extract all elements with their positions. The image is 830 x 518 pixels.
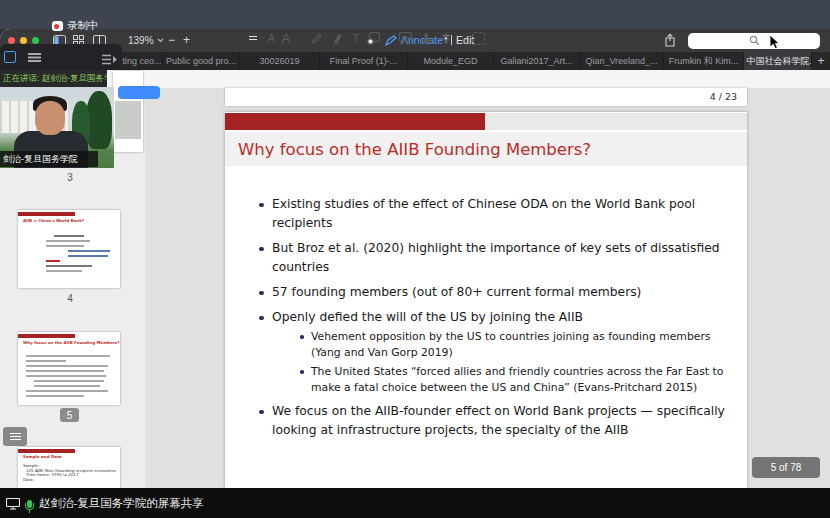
slide-header-band <box>225 113 747 130</box>
zoom-level-control[interactable]: 139% <box>128 35 164 46</box>
markup-style-icon[interactable] <box>246 32 259 44</box>
recording-label: 录制中 <box>67 19 99 33</box>
bullet-item: But Broz et al. (2020) highlight the imp… <box>258 239 728 277</box>
thumbnail-6-title: Sample and Data <box>23 454 120 459</box>
document-area[interactable]: 4 / 23 Why focus on the AIIB Founding Me… <box>145 88 830 488</box>
mini-lines <box>46 232 92 275</box>
frame-counter: 4 / 23 <box>710 91 737 102</box>
tab-document-7[interactable]: Qian_Vreeland_... <box>580 52 664 70</box>
markup-tools: A A T <box>246 30 485 46</box>
page-number-badge: 5 of 78 <box>752 457 820 478</box>
tab-document-6[interactable]: Galiani2017_Art... <box>494 52 580 70</box>
search-icon <box>749 35 760 46</box>
bullet-subitem: Vehement opposition by the US to countri… <box>299 329 731 361</box>
new-tab-button[interactable]: + <box>812 52 830 70</box>
thumbnail-3-label: 3 <box>18 172 122 183</box>
bullet-item: Openly defied the will of the US by join… <box>258 308 728 327</box>
thumbnail-page-4[interactable]: AIIB = China's World Bank? <box>18 210 120 288</box>
tab-strip: ting ceo... Public good pro... 30026019 … <box>122 52 830 70</box>
thumbnail-4-label: 4 <box>18 293 122 304</box>
tab-document-8[interactable]: Frumkin 和 Kim... <box>664 52 744 70</box>
menu-icon[interactable] <box>28 53 41 55</box>
screen: 录制中 139% − + Annotate T Edit <box>0 0 830 518</box>
speaker-banner: 正在讲话: 赵剑治-复旦国务学院; <box>0 70 107 87</box>
zoom-in-button[interactable]: + <box>183 33 190 47</box>
system-menubar <box>0 0 830 29</box>
slide-bullet-list: Existing studies of the effect of Chines… <box>258 195 728 446</box>
zoom-level-value: 139% <box>128 35 154 46</box>
note-icon[interactable] <box>399 32 412 44</box>
slide-red-bar <box>225 113 485 130</box>
share-status-text: 赵剑治-复旦国务学院的屏幕共享 <box>39 496 204 511</box>
screen-share-icon <box>6 498 20 510</box>
text-large-a-icon[interactable]: A <box>282 31 291 46</box>
slide-title: Why focus on the AIIB Founding Members? <box>238 140 591 159</box>
bullet-item: 57 founding members (out of 80+ current … <box>258 283 728 302</box>
bullet-subitem: The United States “forced allies and fri… <box>299 364 731 396</box>
tab-document-4[interactable]: Final Proof (1)-... <box>320 52 408 70</box>
tab-document-2[interactable]: Public good pro... <box>163 52 240 70</box>
highlighter-icon[interactable] <box>331 32 344 45</box>
selected-thumbnail-badge: 5 <box>60 408 79 422</box>
chevron-down-icon <box>157 38 164 43</box>
sidebar-list-toggle-button[interactable] <box>3 427 27 446</box>
list-icon <box>10 433 21 435</box>
presenter-face <box>35 101 65 135</box>
tab-document-5[interactable]: Module_EGD <box>408 52 494 70</box>
mouse-cursor <box>769 34 781 50</box>
zoom-window-button[interactable] <box>32 37 39 44</box>
previous-page-bottom: 4 / 23 <box>225 88 747 106</box>
thumbnail-page-5[interactable]: Why focus on the AIIB Founding Members? <box>18 332 120 405</box>
mini-redbar <box>18 212 75 216</box>
slide-title-strip: Why focus on the AIIB Founding Members? <box>225 132 747 166</box>
selection-highlight <box>118 86 160 99</box>
close-window-button[interactable] <box>8 37 15 44</box>
thumbnail-page-3[interactable] <box>113 71 143 152</box>
bullet-item: We focus on the AIIB-founder effect on W… <box>258 402 728 440</box>
search-input[interactable] <box>688 33 820 49</box>
mini-redbar <box>18 449 75 453</box>
pdf-page: Why focus on the AIIB Founding Members? … <box>225 112 747 488</box>
share-icon[interactable] <box>664 33 676 51</box>
tab-document-3[interactable]: 30026019 <box>240 52 320 70</box>
thumbnail-4-title: AIIB = China's World Bank? <box>23 218 120 223</box>
text-small-a-icon[interactable]: A <box>268 33 275 44</box>
tab-document-1[interactable]: ting ceo... <box>122 52 163 70</box>
tab-document-active[interactable]: × 中国社会科学院... <box>744 52 812 70</box>
microphone-icon <box>27 500 32 508</box>
recording-icon <box>52 21 63 31</box>
share-status: 赵剑治-复旦国务学院的屏幕共享 <box>6 496 204 511</box>
stamp-icon[interactable] <box>420 32 432 44</box>
selection-icon[interactable] <box>472 32 485 45</box>
mini-lines <box>26 352 114 400</box>
bullet-item: Existing studies of the effect of Chines… <box>258 195 728 233</box>
active-tab-label: 中国社会科学院... <box>746 55 812 68</box>
recording-indicator: 录制中 <box>52 19 99 33</box>
pencil-icon[interactable] <box>310 32 323 45</box>
signature-icon[interactable] <box>440 32 452 44</box>
video-name-overlay: 剑治-复旦国务学院 <box>0 151 98 167</box>
collapse-panel-icon[interactable] <box>102 51 117 69</box>
selected-view-icon[interactable] <box>4 51 16 63</box>
thumbnail-page-6[interactable]: Sample and Data Sample: 125 AIIB (Non-)f… <box>18 447 120 488</box>
tab-overview-panel <box>0 44 122 70</box>
text-tool-icon[interactable]: T <box>352 32 359 44</box>
thumbnail-5-title: Why focus on the AIIB Founding Members? <box>23 340 120 345</box>
minimize-window-button[interactable] <box>20 37 27 44</box>
mini-redbar <box>18 334 75 338</box>
zoom-out-button[interactable]: − <box>168 33 175 47</box>
shapes-icon[interactable] <box>367 32 381 45</box>
thumbnail-6-line: Data: <box>23 477 120 482</box>
